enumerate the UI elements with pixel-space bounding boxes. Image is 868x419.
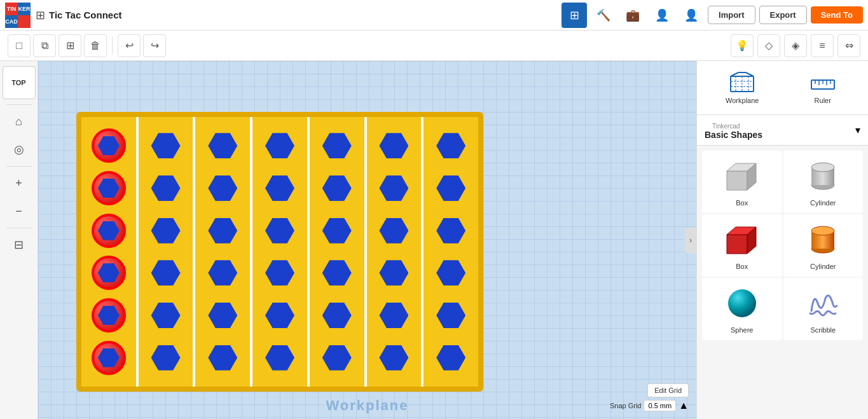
shapes-title: Basic Shapes: [705, 130, 853, 140]
red-circle[interactable]: [92, 128, 126, 163]
zoom-out-button[interactable]: −: [8, 200, 31, 223]
red-circle[interactable]: [92, 256, 126, 290]
export-button[interactable]: Export: [759, 6, 807, 24]
hint-button[interactable]: 💡: [731, 34, 754, 57]
shape-item-cyl-orange[interactable]: Cylinder: [783, 214, 864, 277]
cell-3-1: [261, 169, 299, 207]
align-button[interactable]: ≡: [811, 34, 834, 57]
board-column-6: [424, 117, 478, 387]
import-button[interactable]: Import: [708, 6, 755, 24]
shapes-dropdown-icon[interactable]: ▾: [855, 124, 860, 136]
redo-button[interactable]: ↪: [143, 34, 166, 57]
hex-tile: [379, 133, 408, 158]
sphere-teal-label: Sphere: [731, 326, 753, 334]
ruler-button[interactable]: Ruler: [783, 66, 864, 109]
svg-point-20: [811, 163, 834, 172]
cell-1-4: [147, 296, 185, 334]
shape-item-box-red[interactable]: Box: [702, 214, 782, 277]
hex-tile: [322, 260, 352, 285]
hex-tile: [208, 345, 237, 371]
red-circle[interactable]: [92, 171, 126, 205]
cell-1-1: [147, 169, 185, 207]
hex-tile: [322, 303, 352, 328]
sidebar-sep-3: [6, 228, 32, 228]
cell-4-0: [318, 127, 356, 165]
red-circle[interactable]: [92, 298, 126, 333]
edit-grid-button[interactable]: Edit Grid: [647, 383, 689, 397]
hex-inner: [98, 179, 120, 198]
cell-6-4: [432, 296, 470, 334]
box-gray-label: Box: [736, 199, 748, 207]
ruler-icon: [810, 71, 836, 94]
cell-1-5: [147, 339, 185, 377]
delete-button[interactable]: 🗑: [84, 34, 107, 57]
hammer-button[interactable]: 🔨: [591, 3, 616, 28]
zoom-in-button[interactable]: +: [8, 172, 31, 195]
cell-4-2: [318, 212, 356, 250]
red-circle[interactable]: [92, 341, 126, 375]
grid-view-button[interactable]: ⊞: [561, 3, 587, 28]
workplane-button[interactable]: Workplane: [702, 66, 783, 109]
shapes-header: Tinkercad Basic Shapes ▾: [697, 115, 868, 146]
collapse-panel-button[interactable]: ›: [685, 228, 696, 253]
board-column-4: [310, 117, 367, 387]
logo-bl: CAD: [5, 15, 18, 28]
cell-3-5: [261, 339, 299, 377]
hex-inner: [98, 263, 120, 282]
viewport[interactable]: Workplane Edit Grid Snap Grid 0.5 mm ▲ ›: [38, 61, 696, 419]
game-board: [76, 112, 483, 392]
hex-tile: [322, 175, 352, 201]
shape-item-sphere-teal[interactable]: Sphere: [702, 278, 782, 340]
left-sidebar: TOP ⌂ ◎ + − ⊟: [0, 61, 38, 419]
hex-tile: [151, 133, 181, 158]
mirror-button[interactable]: ⇔: [837, 34, 860, 57]
copy-button[interactable]: ⧉: [33, 34, 56, 57]
svg-marker-21: [727, 235, 747, 254]
cell-1-2: [147, 212, 185, 250]
board-column-2: [195, 117, 252, 387]
hex-tile: [265, 175, 294, 201]
grid-controls: Edit Grid Snap Grid 0.5 mm ▲: [610, 383, 689, 411]
board-column-5: [367, 117, 424, 387]
sendto-button[interactable]: Send To: [811, 6, 863, 24]
group-button[interactable]: ◈: [784, 34, 807, 57]
sidebar-sep-1: [6, 104, 32, 105]
shape-item-box-gray[interactable]: Box: [702, 151, 782, 213]
duplicate-button[interactable]: ⊞: [59, 34, 81, 57]
hex-tile: [208, 303, 237, 328]
top-view-button[interactable]: TOP: [3, 66, 36, 99]
logo: TIN KER CAD: [5, 3, 31, 28]
cell-6-3: [432, 254, 470, 292]
avatar-button[interactable]: 👤: [679, 3, 704, 28]
orbit-button[interactable]: ◎: [8, 138, 31, 161]
cell-5-5: [375, 339, 413, 377]
add-person-button[interactable]: 👤: [649, 3, 675, 28]
sphere-teal-icon: [723, 284, 761, 322]
cell-2-3: [203, 254, 242, 292]
home-view-button[interactable]: ⌂: [8, 110, 31, 133]
shape-item-cyl-gray[interactable]: Cylinder: [783, 151, 864, 213]
cell-6-1: [432, 169, 470, 207]
undo-button[interactable]: ↩: [118, 34, 141, 57]
cell-3-2: [261, 212, 299, 250]
layers-button[interactable]: ⊟: [8, 233, 31, 256]
briefcase-button[interactable]: 💼: [620, 3, 645, 28]
new-button[interactable]: □: [8, 34, 31, 57]
scribble-icon: [804, 284, 842, 322]
cell-1-3: [147, 254, 185, 292]
hex-tile: [436, 345, 465, 371]
hex-tile: [151, 303, 181, 328]
cell-2-5: [203, 339, 242, 377]
cell-6-5: [432, 339, 470, 377]
hex-tile: [208, 260, 237, 285]
hex-tile: [151, 345, 181, 371]
shape-button[interactable]: ◇: [757, 34, 780, 57]
shape-item-scribble[interactable]: Scribble: [783, 278, 864, 340]
cell-3-4: [261, 296, 299, 334]
hex-tile: [265, 345, 294, 371]
box-gray-icon: [723, 157, 761, 195]
red-circle[interactable]: [92, 214, 126, 248]
snap-grid-value[interactable]: 0.5 mm: [644, 400, 676, 411]
cell-5-4: [375, 296, 413, 334]
cell-0-1: [90, 169, 128, 207]
